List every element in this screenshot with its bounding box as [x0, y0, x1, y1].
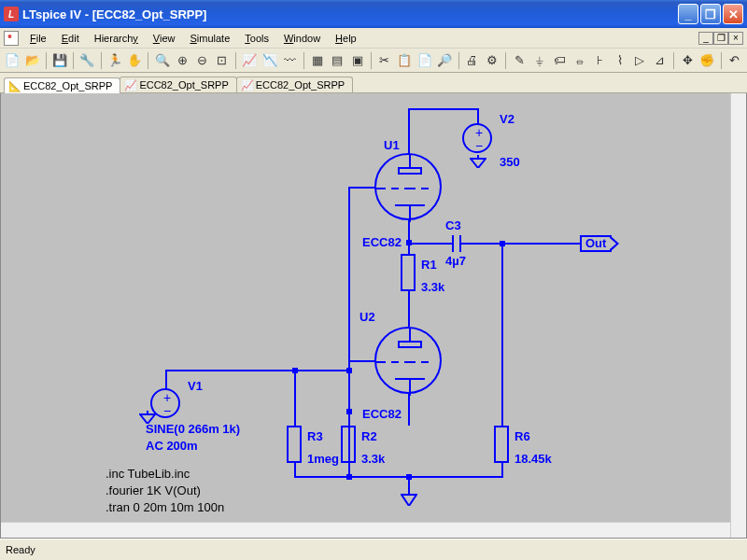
wire[interactable] [408, 291, 410, 327]
r6-value[interactable]: 18.45k [514, 452, 552, 466]
r6-ref[interactable]: R6 [514, 429, 530, 443]
wire[interactable] [408, 108, 477, 110]
menu-hierarchy[interactable]: Hierarchy [87, 33, 146, 44]
c3-value[interactable]: 4µ7 [445, 254, 466, 268]
control-panel-button[interactable]: 🔧 [78, 51, 95, 70]
print-setup-button[interactable]: ⚙ [484, 51, 500, 70]
tab-schematic-1[interactable]: 📐 ECC82_Opt_SRPP [4, 77, 120, 93]
drag-button[interactable]: ✊ [698, 51, 715, 70]
undo-button[interactable]: ↶ [726, 51, 743, 70]
v1-ref[interactable]: V1 [188, 379, 203, 393]
close-windows-button[interactable]: ▣ [348, 51, 365, 70]
zoom-fit-button[interactable]: ⊡ [214, 51, 231, 70]
move-button[interactable]: ✥ [679, 51, 696, 70]
print-button[interactable]: 🖨 [463, 51, 480, 70]
resistor-r2[interactable] [341, 426, 356, 463]
directive-3[interactable]: .tran 0 20m 10m 100n [106, 500, 224, 514]
wire[interactable] [408, 394, 410, 426]
inductor-button[interactable]: ⌇ [612, 51, 628, 70]
tube-u1[interactable] [374, 153, 442, 220]
tab-waveform-2[interactable]: 📈 ECC82_Opt_SRPP [120, 77, 236, 92]
ground-button[interactable]: ⏚ [531, 51, 548, 70]
directive-1[interactable]: .inc TubeLib.inc [106, 467, 190, 481]
minimize-button[interactable]: _ [678, 4, 698, 24]
menu-edit[interactable]: Edit [54, 33, 87, 44]
zoom-out-button[interactable]: ⊖ [193, 51, 210, 70]
menu-file[interactable]: File [22, 33, 54, 44]
wire[interactable] [348, 360, 376, 362]
u1-ref[interactable]: U1 [384, 138, 400, 152]
new-schematic-button[interactable]: 📄 [4, 51, 21, 70]
app-small-icon[interactable] [4, 31, 19, 46]
ground-symbol[interactable] [401, 491, 417, 508]
r3-value[interactable]: 1meg [307, 452, 339, 466]
copy-button[interactable]: 📋 [396, 51, 413, 70]
wire[interactable] [165, 370, 167, 390]
wire[interactable] [468, 243, 580, 245]
wire[interactable] [348, 187, 376, 189]
halt-button[interactable]: ✋ [126, 51, 143, 70]
u2-ref[interactable]: U2 [359, 310, 375, 324]
diode-button[interactable]: ▷ [631, 51, 648, 70]
r1-value[interactable]: 3.3k [421, 280, 444, 294]
wire[interactable] [501, 243, 503, 426]
v1-value2[interactable]: AC 200m [146, 439, 198, 453]
tile-button[interactable]: ▦ [308, 51, 325, 70]
r1-ref[interactable]: R1 [421, 258, 437, 272]
r2-value[interactable]: 3.3k [361, 452, 385, 466]
menu-tools[interactable]: Tools [237, 33, 276, 44]
open-button[interactable]: 📂 [23, 51, 40, 70]
find-button[interactable]: 🔎 [436, 51, 453, 70]
wire[interactable] [408, 220, 410, 254]
run-button[interactable]: 🏃 [106, 51, 123, 70]
wire[interactable] [294, 463, 296, 476]
v2-ref[interactable]: V2 [500, 112, 514, 126]
horizontal-scrollbar[interactable] [1, 522, 730, 538]
label-net-button[interactable]: 🏷 [551, 51, 568, 70]
menu-window[interactable]: Window [276, 33, 328, 44]
u2-model[interactable]: ECC82 [362, 407, 402, 421]
wire[interactable] [294, 476, 503, 478]
paste-button[interactable]: 📄 [416, 51, 433, 70]
wire[interactable] [408, 108, 410, 155]
wire[interactable] [408, 243, 447, 245]
schematic-canvas[interactable]: ↖ +− V2 350 U1 ECC82 C3 4µ7 Out [0, 93, 747, 539]
ground-symbol[interactable] [470, 155, 486, 170]
resistor-r3[interactable] [287, 426, 302, 463]
v1-value1[interactable]: SINE(0 266m 1k) [146, 422, 240, 436]
save-button[interactable]: 💾 [51, 51, 68, 70]
autorange-button[interactable]: 📈 [241, 51, 258, 70]
voltage-source-v2[interactable]: +− [462, 123, 492, 153]
tube-u2[interactable] [374, 327, 442, 394]
net-label-out[interactable]: Out [580, 235, 612, 252]
wire[interactable] [165, 370, 350, 371]
r2-ref[interactable]: R2 [361, 429, 377, 443]
cascade-button[interactable]: ▤ [329, 51, 345, 70]
zoom-in-button[interactable]: 🔍 [153, 51, 170, 70]
r3-ref[interactable]: R3 [307, 429, 323, 443]
mdi-close-button[interactable]: × [728, 32, 743, 45]
u1-model[interactable]: ECC82 [362, 235, 402, 249]
capacitor-button[interactable]: ⊦ [591, 51, 608, 70]
zoom-pan-button[interactable]: ⊕ [174, 51, 190, 70]
menu-help[interactable]: Help [328, 33, 364, 44]
component-button[interactable]: ⊿ [651, 51, 668, 70]
menu-simulate[interactable]: Simulate [182, 33, 237, 44]
vertical-scrollbar[interactable] [730, 93, 746, 538]
fft-button[interactable]: 〰 [281, 51, 298, 70]
menu-view[interactable]: View [146, 33, 183, 44]
directive-2[interactable]: .fourier 1K V(Out) [106, 483, 201, 497]
mdi-restore-button[interactable]: ❐ [713, 32, 728, 45]
wire[interactable] [501, 463, 503, 476]
wire-button[interactable]: ✎ [511, 51, 528, 70]
close-button[interactable]: ✕ [723, 4, 743, 24]
capacitor-c3[interactable] [447, 233, 466, 256]
cut-button[interactable]: ✂ [376, 51, 393, 70]
tab-waveform-3[interactable]: 📈 ECC82_Opt_SRPP [236, 77, 353, 92]
resistor-button[interactable]: ⏛ [571, 51, 588, 70]
resistor-r6[interactable] [494, 426, 509, 463]
resistor-r1[interactable] [401, 254, 416, 291]
pick-trace-button[interactable]: 📉 [261, 51, 278, 70]
maximize-button[interactable]: ❐ [700, 4, 721, 24]
wire[interactable] [294, 370, 296, 426]
